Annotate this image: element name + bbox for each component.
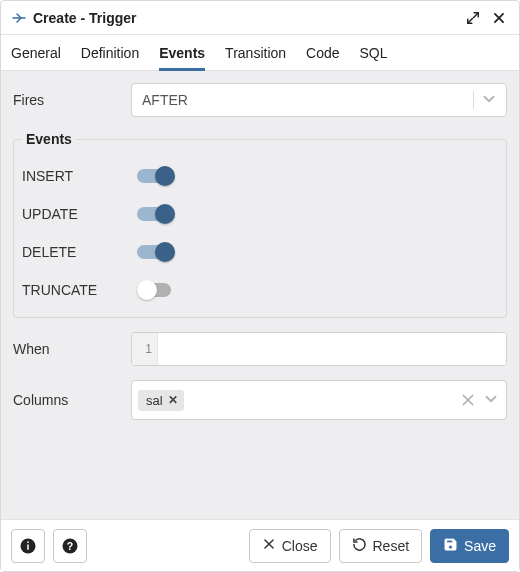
fires-select[interactable]: AFTER: [131, 83, 507, 117]
chevron-down-icon: [482, 395, 500, 411]
tab-sql[interactable]: SQL: [360, 35, 388, 71]
save-label: Save: [464, 538, 496, 554]
column-chip: sal ✕: [138, 390, 184, 411]
events-panel: Fires AFTER Events INSERT: [1, 71, 519, 519]
trigger-dialog: Create - Trigger General Definition Even…: [0, 0, 520, 572]
tab-code[interactable]: Code: [306, 35, 339, 71]
event-insert-toggle[interactable]: [137, 165, 177, 187]
event-update-label: UPDATE: [22, 206, 137, 222]
close-button[interactable]: Close: [249, 529, 331, 563]
close-label: Close: [282, 538, 318, 554]
svg-rect-10: [27, 541, 29, 543]
chevron-down-icon: [480, 90, 498, 111]
when-line-number: 1: [132, 333, 158, 365]
column-chip-remove[interactable]: ✕: [168, 393, 178, 407]
help-button[interactable]: ?: [53, 529, 87, 563]
event-truncate-label: TRUNCATE: [22, 282, 137, 298]
when-input[interactable]: 1: [131, 332, 507, 366]
svg-text:?: ?: [67, 539, 73, 551]
event-delete-label: DELETE: [22, 244, 137, 260]
reset-icon: [352, 537, 367, 555]
event-insert-label: INSERT: [22, 168, 137, 184]
tab-general[interactable]: General: [11, 35, 61, 71]
divider: [473, 91, 474, 109]
columns-clear-all[interactable]: [460, 392, 476, 408]
reset-button[interactable]: Reset: [339, 529, 423, 563]
when-editor[interactable]: [158, 333, 506, 365]
save-icon: [443, 537, 458, 555]
event-update-toggle[interactable]: [137, 203, 177, 225]
trigger-icon: [11, 10, 27, 26]
tabs: General Definition Events Transition Cod…: [1, 35, 519, 71]
tab-events[interactable]: Events: [159, 35, 205, 71]
when-label: When: [13, 341, 131, 357]
tab-definition[interactable]: Definition: [81, 35, 139, 71]
maximize-button[interactable]: [463, 8, 483, 28]
close-icon: [262, 537, 276, 554]
save-button[interactable]: Save: [430, 529, 509, 563]
reset-label: Reset: [373, 538, 410, 554]
events-fieldset: Events INSERT UPDATE DELETE TRUNCATE: [13, 131, 507, 318]
fires-label: Fires: [13, 92, 131, 108]
columns-multiselect[interactable]: sal ✕: [131, 380, 507, 420]
dialog-title: Create - Trigger: [33, 10, 136, 26]
events-legend: Events: [22, 131, 76, 147]
footer: ? Close Reset Save: [1, 519, 519, 571]
columns-label: Columns: [13, 392, 131, 408]
titlebar: Create - Trigger: [1, 1, 519, 35]
event-delete-toggle[interactable]: [137, 241, 177, 263]
column-chip-label: sal: [146, 393, 163, 408]
fires-value: AFTER: [142, 92, 188, 108]
info-button[interactable]: [11, 529, 45, 563]
event-truncate-toggle[interactable]: [137, 279, 177, 301]
close-window-button[interactable]: [489, 8, 509, 28]
tab-transition[interactable]: Transition: [225, 35, 286, 71]
svg-rect-9: [27, 544, 29, 549]
